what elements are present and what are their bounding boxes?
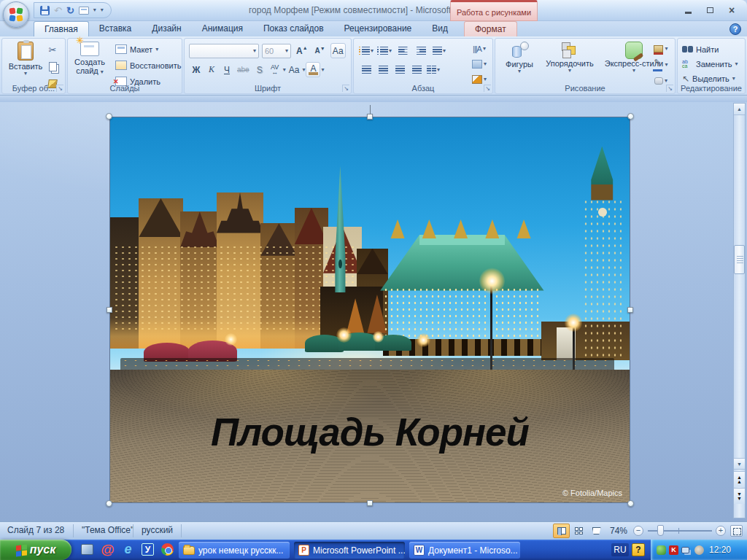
tab-slideshow[interactable]: Показ слайдов <box>253 21 334 36</box>
zoom-out-button[interactable]: − <box>633 526 643 536</box>
scroll-down-button[interactable]: ▼ <box>734 458 745 470</box>
browser-y-icon[interactable]: У <box>142 543 154 556</box>
restore-button[interactable] <box>705 6 715 15</box>
bullets-button[interactable]: ▾ <box>358 43 374 58</box>
minimize-button[interactable] <box>683 6 693 15</box>
resize-handle-e[interactable] <box>627 307 633 313</box>
chrome-icon[interactable] <box>160 542 174 556</box>
dialog-launcher-icon[interactable]: ↘ <box>666 85 673 92</box>
vertical-scrollbar[interactable]: ▲ ▼ ▲▲ ▼▼ <box>733 103 746 518</box>
align-left-button[interactable] <box>358 62 374 77</box>
replace-button[interactable]: abca Заменить ▾ <box>682 58 738 70</box>
volume-icon[interactable] <box>694 545 704 555</box>
tab-design[interactable]: Дизайн <box>142 21 191 36</box>
decrease-indent-button[interactable] <box>395 43 411 58</box>
text-direction-button[interactable]: |||A▾ <box>469 42 489 55</box>
layout-button[interactable]: Макет ▾ <box>112 42 185 57</box>
paste-button[interactable]: Вставить ▾ <box>5 41 46 77</box>
start-button[interactable]: пуск <box>0 540 71 560</box>
change-case-button[interactable]: Aa <box>287 62 302 77</box>
next-slide-button[interactable]: ▼▼ <box>734 488 745 504</box>
scrollbar-thumb[interactable] <box>734 245 745 274</box>
close-button[interactable]: × <box>727 6 737 15</box>
selected-picture[interactable]: Площадь Корней © Fotolia/Mapics <box>109 117 630 503</box>
shapes-button[interactable]: Фигуры ▾ <box>500 41 539 75</box>
scroll-up-button[interactable]: ▲ <box>734 104 745 115</box>
align-center-button[interactable] <box>375 62 391 77</box>
clear-formatting-button[interactable]: Аа <box>330 43 346 58</box>
task-folder[interactable]: урок немецк русскк... <box>179 542 290 559</box>
select-button[interactable]: ↖ Выделить ▾ <box>682 72 738 85</box>
font-size-combo[interactable]: 60 ▾ <box>262 44 291 58</box>
punto-switcher-icon[interactable]: ? <box>632 543 645 556</box>
task-word[interactable]: W Документ1 - Microso... <box>409 542 520 559</box>
resize-handle-sw[interactable] <box>106 500 112 507</box>
font-color-button[interactable]: А <box>306 62 320 77</box>
align-right-button[interactable] <box>392 62 408 77</box>
shrink-font-button[interactable]: А▼ <box>313 43 328 58</box>
align-text-button[interactable]: ▾ <box>469 57 489 71</box>
tab-home[interactable]: Главная <box>34 21 89 36</box>
italic-button[interactable]: К <box>204 62 219 77</box>
font-name-combo[interactable]: ▾ <box>189 44 259 58</box>
arrange-button[interactable]: Упорядочить ▾ <box>541 41 599 74</box>
columns-button[interactable]: ▾ <box>425 62 441 77</box>
text-shadow-button[interactable]: S <box>252 62 267 77</box>
copy-button[interactable] <box>44 59 61 74</box>
internet-explorer-icon[interactable]: e <box>121 542 135 556</box>
chevron-down-icon: ▾ <box>735 61 738 67</box>
cut-button[interactable]: ✂ <box>44 42 61 58</box>
tray-app-icon[interactable] <box>657 545 666 555</box>
mail-agent-icon[interactable]: @ <box>101 542 115 556</box>
zoom-in-button[interactable]: + <box>716 526 726 536</box>
slide-picture[interactable]: Площадь Корней © Fotolia/Mapics <box>109 117 630 503</box>
tab-animation[interactable]: Анимация <box>192 21 253 36</box>
resize-handle-w[interactable] <box>107 307 112 313</box>
bold-button[interactable]: Ж <box>189 62 204 77</box>
slideshow-view-button[interactable] <box>588 524 605 538</box>
normal-view-button[interactable] <box>553 524 570 538</box>
previous-slide-button[interactable]: ▲▲ <box>734 471 745 487</box>
dialog-launcher-icon[interactable]: ↘ <box>484 85 491 92</box>
new-slide-label2: слайд <box>76 66 98 75</box>
reset-slide-button[interactable]: Восстановить <box>112 58 185 73</box>
character-spacing-button[interactable]: AV ↔ <box>268 62 282 77</box>
resize-handle-s[interactable] <box>367 500 373 506</box>
help-icon[interactable]: ? <box>729 23 741 35</box>
shape-fill-button[interactable]: ▾ <box>650 42 672 55</box>
new-slide-button[interactable]: Создать слайд ▾ <box>69 41 110 76</box>
language-indicator[interactable]: RU <box>611 543 629 556</box>
dialog-launcher-icon[interactable]: ↘ <box>56 85 63 92</box>
show-desktop-icon[interactable] <box>80 542 94 556</box>
zoom-slider-thumb[interactable] <box>657 525 664 536</box>
tab-format[interactable]: Формат <box>464 21 517 36</box>
find-button[interactable]: Найти <box>682 43 738 55</box>
strikethrough-button[interactable]: abe <box>235 62 252 77</box>
slide-counter[interactable]: Слайд 7 из 28 <box>7 525 64 535</box>
tab-insert[interactable]: Вставка <box>89 21 142 36</box>
office-button[interactable] <box>3 1 29 28</box>
kaspersky-icon[interactable]: K <box>669 545 678 555</box>
dialog-launcher-icon[interactable]: ↘ <box>342 85 349 92</box>
resize-handle-se[interactable] <box>627 500 634 507</box>
theme-name[interactable]: "Тема Office" <box>82 525 133 535</box>
network-icon[interactable] <box>681 547 689 553</box>
grow-font-button[interactable]: А▲ <box>294 43 310 58</box>
zoom-level[interactable]: 74% <box>610 526 627 536</box>
shape-outline-button[interactable]: ▾ <box>650 58 672 71</box>
resize-handle-n[interactable] <box>367 114 373 120</box>
tab-review[interactable]: Рецензирование <box>334 21 422 36</box>
tab-view[interactable]: Вид <box>422 21 458 36</box>
underline-button[interactable]: Ч <box>220 62 234 77</box>
line-spacing-button[interactable]: ▾ <box>431 43 447 58</box>
numbering-button[interactable]: ▾ <box>376 43 392 58</box>
resize-handle-ne[interactable] <box>627 113 634 120</box>
fit-to-window-button[interactable] <box>730 525 743 537</box>
justify-button[interactable] <box>409 62 425 77</box>
language-status[interactable]: русский <box>142 525 173 535</box>
increase-indent-button[interactable] <box>413 43 429 58</box>
slide-sorter-icon <box>575 527 583 534</box>
task-powerpoint[interactable]: P Microsoft PowerPoint ... <box>294 542 405 559</box>
slide-sorter-button[interactable] <box>570 524 587 538</box>
resize-handle-nw[interactable] <box>106 113 112 120</box>
